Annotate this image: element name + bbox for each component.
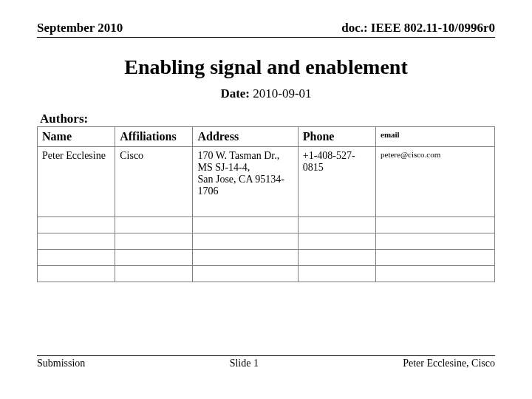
th-affiliations: Affiliations [115, 127, 193, 147]
authors-label: Authors: [40, 112, 495, 126]
table-row [38, 250, 495, 266]
table-row [38, 233, 495, 250]
table-header-row: Name Affiliations Address Phone email [38, 127, 495, 147]
th-email: email [376, 127, 495, 147]
header: September 2010 doc.: IEEE 802.11-10/0996… [37, 21, 495, 38]
footer-center: Slide 1 [230, 358, 259, 369]
date-value: 2010-09-01 [253, 86, 311, 100]
cell-phone: +1-408-527-0815 [298, 147, 375, 217]
cell-affiliations: Cisco [115, 147, 193, 217]
cell-name: Peter Ecclesine [38, 147, 115, 217]
page-title: Enabling signal and enablement [37, 55, 495, 79]
table-row [38, 266, 495, 282]
th-name: Name [38, 127, 115, 147]
th-address: Address [193, 127, 298, 147]
footer-right: Peter Ecclesine, Cisco [403, 358, 495, 369]
header-date: September 2010 [37, 21, 123, 35]
th-phone: Phone [298, 127, 375, 147]
table-row: Peter Ecclesine Cisco 170 W. Tasman Dr.,… [38, 147, 495, 217]
date-line: Date: 2010-09-01 [37, 86, 495, 101]
date-label: Date: [220, 86, 250, 100]
footer: Submission Slide 1 Peter Ecclesine, Cisc… [37, 355, 495, 369]
cell-address: 170 W. Tasman Dr., MS SJ-14-4, San Jose,… [193, 147, 298, 217]
authors-table: Name Affiliations Address Phone email Pe… [37, 126, 495, 282]
footer-left: Submission [37, 358, 85, 369]
table-row [38, 217, 495, 233]
header-doc-id: doc.: IEEE 802.11-10/0996r0 [341, 21, 495, 35]
cell-email: petere@cisco.com [376, 147, 495, 217]
